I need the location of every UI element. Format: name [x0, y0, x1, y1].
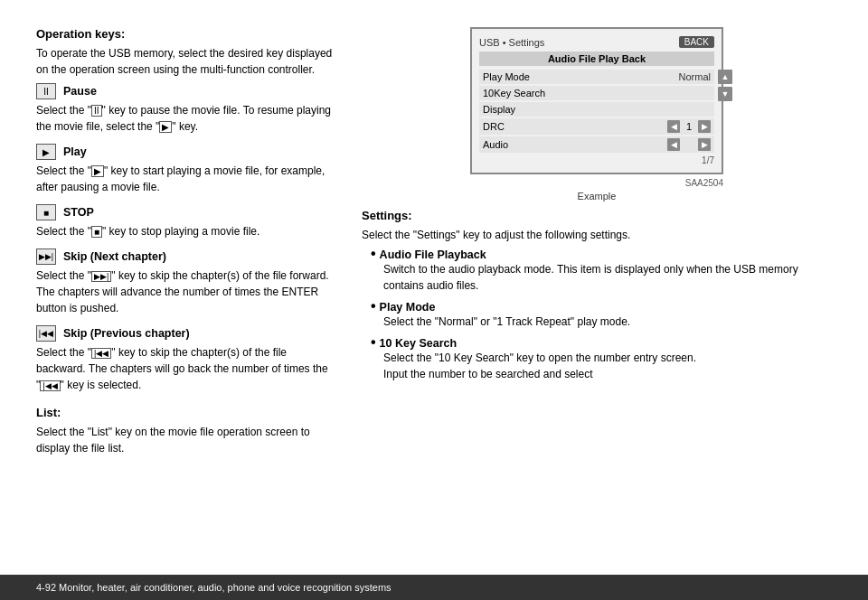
- play-desc: Select the "▶" key to start playing a mo…: [36, 163, 335, 195]
- pause-desc: Select the "II" key to pause the movie f…: [36, 102, 335, 135]
- ui-drc-ctrl: ◀ 1 ▶: [667, 120, 711, 133]
- stop-label: STOP: [63, 206, 94, 219]
- play-label: Play: [63, 145, 87, 158]
- bullet-dot-1: •: [371, 247, 376, 261]
- list-heading: List:: [36, 406, 335, 419]
- bullet-title-10-key-search: • 10 Key Search: [371, 337, 832, 350]
- ui-wrapper: USB • Settings BACK Audio File Play Back…: [479, 36, 714, 165]
- ui-row-play-mode[interactable]: Play Mode Normal: [479, 70, 714, 84]
- key-item-stop: ■ STOP Select the "■" key to stop playin…: [36, 204, 335, 239]
- skip-next-desc: Select the "▶▶|" key to skip the chapter…: [36, 267, 335, 316]
- bullet-label-10-key-search: 10 Key Search: [380, 337, 457, 350]
- ui-saa-label: SAA2504: [470, 178, 723, 188]
- skip-prev-label: Skip (Previous chapter): [63, 327, 190, 340]
- key-item-skip-prev: |◀◀ Skip (Previous chapter) Select the "…: [36, 325, 335, 393]
- key-item-play: ▶ Play Select the "▶" key to start playi…: [36, 144, 335, 195]
- bullet-label-audio-file-playback: Audio File Playback: [380, 248, 486, 261]
- ui-back-button[interactable]: BACK: [679, 36, 714, 48]
- op-keys-intro: To operate the USB memory, select the de…: [36, 45, 335, 78]
- content-area: Operation keys: To operate the USB memor…: [36, 27, 832, 546]
- settings-section: Settings: Select the "Settings" key to a…: [362, 209, 832, 382]
- side-down-btn[interactable]: ▼: [718, 87, 732, 101]
- left-column: Operation keys: To operate the USB memor…: [36, 27, 335, 546]
- key-item-pause: II Pause Select the "II" key to pause th…: [36, 83, 335, 135]
- ui-audio-ctrl: ◀ ▶: [667, 138, 711, 151]
- bullet-label-play-mode: Play Mode: [380, 301, 436, 314]
- bullet-title-play-mode: • Play Mode: [371, 301, 832, 314]
- bullet-audio-file-playback: • Audio File Playback Switch to the audi…: [371, 248, 832, 294]
- pause-icon: II: [36, 83, 56, 99]
- list-text: Select the "List" key on the movie file …: [36, 424, 335, 456]
- ui-screenshot-box: USB • Settings BACK Audio File Play Back…: [470, 27, 723, 174]
- key-item-skip-next: ▶▶| Skip (Next chapter) Select the "▶▶|"…: [36, 248, 335, 316]
- drc-right-btn[interactable]: ▶: [698, 120, 711, 133]
- bullet-text-audio-file-playback: Switch to the audio playback mode. This …: [383, 261, 832, 294]
- play-icon: ▶: [36, 144, 56, 160]
- key-item-play-header: ▶ Play: [36, 144, 335, 160]
- side-up-btn[interactable]: ▲: [718, 70, 732, 84]
- bullet-text-play-mode: Select the "Normal" or "1 Track Repeat" …: [383, 314, 832, 330]
- settings-heading: Settings:: [362, 209, 832, 222]
- drc-left-btn[interactable]: ◀: [667, 120, 680, 133]
- ui-screenshot-area: USB • Settings BACK Audio File Play Back…: [362, 27, 832, 202]
- settings-intro: Select the "Settings" key to adjust the …: [362, 227, 832, 243]
- skip-prev-icon: |◀◀: [36, 325, 56, 342]
- ui-row-display[interactable]: Display: [479, 102, 714, 117]
- ui-row-label-drc: DRC: [483, 121, 667, 132]
- bullet-text-10-key-search: Select the "10 Key Search" key to open t…: [383, 350, 832, 382]
- ui-example-label: Example: [362, 191, 832, 202]
- bullet-dot-3: •: [371, 335, 376, 350]
- op-keys-heading: Operation keys:: [36, 27, 335, 41]
- ui-header-text: USB • Settings: [479, 37, 544, 48]
- key-item-stop-header: ■ STOP: [36, 204, 335, 220]
- ui-row-audio[interactable]: Audio ◀ ▶: [479, 136, 714, 153]
- pause-label: Pause: [63, 85, 97, 98]
- audio-right-btn[interactable]: ▶: [698, 138, 711, 151]
- stop-desc: Select the "■" key to stop playing a mov…: [36, 223, 335, 239]
- ui-row-value-play-mode: Normal: [679, 71, 711, 82]
- skip-prev-desc: Select the "|◀◀" key to skip the chapter…: [36, 344, 335, 393]
- ui-rows-area: Play Mode Normal 10Key Search Display: [479, 70, 714, 153]
- ui-row-label-audio: Audio: [483, 139, 667, 150]
- key-item-skip-next-header: ▶▶| Skip (Next chapter): [36, 248, 335, 265]
- ui-row-10key-search[interactable]: 10Key Search: [479, 86, 714, 100]
- ui-row-label-10key-search: 10Key Search: [483, 88, 711, 98]
- page-container: Operation keys: To operate the USB memor…: [0, 0, 868, 600]
- ui-row-drc[interactable]: DRC ◀ 1 ▶: [479, 118, 714, 135]
- key-item-skip-prev-header: |◀◀ Skip (Previous chapter): [36, 325, 335, 342]
- ui-row-label-display: Display: [483, 104, 711, 115]
- bullet-10-key-search: • 10 Key Search Select the "10 Key Searc…: [371, 337, 832, 382]
- right-column: USB • Settings BACK Audio File Play Back…: [362, 27, 832, 546]
- bullet-dot-2: •: [371, 299, 376, 314]
- bottom-bar-text: 4-92 Monitor, heater, air conditioner, a…: [36, 582, 392, 593]
- stop-icon: ■: [36, 204, 56, 220]
- bottom-bar: 4-92 Monitor, heater, air conditioner, a…: [0, 575, 868, 600]
- bullet-play-mode: • Play Mode Select the "Normal" or "1 Tr…: [371, 301, 832, 330]
- ui-pagination: 1/7: [479, 155, 714, 165]
- drc-value: 1: [682, 121, 696, 132]
- ui-row-label-play-mode: Play Mode: [483, 71, 679, 82]
- ui-side-buttons: ▲ ▼: [718, 70, 732, 101]
- ui-title-bar: Audio File Play Back: [479, 52, 714, 66]
- ui-header: USB • Settings BACK: [479, 36, 714, 48]
- bullet-title-audio-file-playback: • Audio File Playback: [371, 248, 832, 261]
- key-item-pause-header: II Pause: [36, 83, 335, 99]
- audio-left-btn[interactable]: ◀: [667, 138, 680, 151]
- skip-next-icon: ▶▶|: [36, 248, 56, 265]
- skip-next-label: Skip (Next chapter): [63, 250, 166, 263]
